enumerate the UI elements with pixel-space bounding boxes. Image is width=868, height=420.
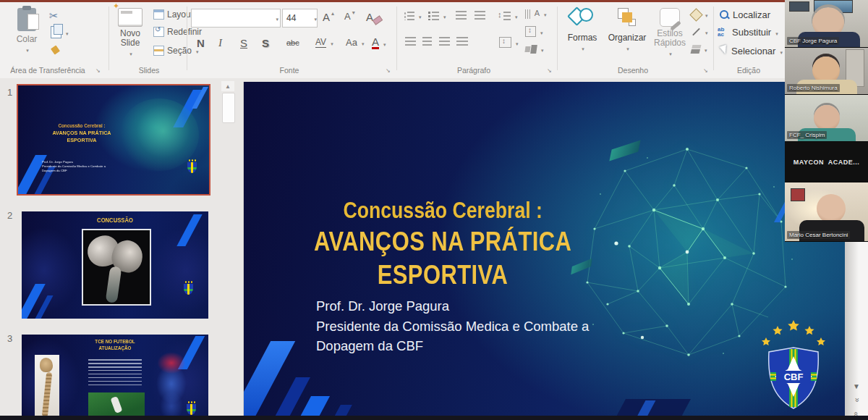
decrease-indent-button[interactable] bbox=[456, 11, 467, 20]
quick-styles-button[interactable]: Estilos Rápidos bbox=[651, 8, 689, 58]
shapes-dropdown-arrow[interactable] bbox=[580, 43, 584, 53]
cut-button[interactable] bbox=[49, 9, 59, 22]
arrange-button[interactable]: Organizar bbox=[605, 8, 650, 53]
shape-effects-button[interactable] bbox=[692, 44, 707, 54]
paste-dropdown-arrow[interactable] bbox=[25, 44, 29, 54]
strikethrough-button[interactable]: abc bbox=[286, 38, 299, 47]
thumbnail-scroll-up-button[interactable]: ▲ bbox=[221, 81, 234, 91]
thumbnail-scrollbar-thumb[interactable] bbox=[222, 93, 235, 123]
shape-fill-dropdown-arrow bbox=[704, 9, 708, 20]
scroll-down-button[interactable]: ▼ bbox=[848, 381, 864, 391]
text-shadow-button[interactable]: S bbox=[262, 37, 269, 49]
drawing-dialog-launcher[interactable] bbox=[703, 67, 710, 75]
slide-title: Concussão Cerebral : AVANÇOS NA PRÁTICA … bbox=[273, 196, 613, 292]
increase-indent-button[interactable] bbox=[475, 11, 485, 20]
slide-canvas[interactable]: Concussão Cerebral : AVANÇOS NA PRÁTICA … bbox=[244, 82, 845, 420]
reset-button[interactable]: Redefinir bbox=[153, 27, 202, 37]
body-text-block bbox=[88, 359, 142, 388]
text-direction-button[interactable] bbox=[525, 9, 547, 19]
new-slide-dropdown-arrow[interactable] bbox=[128, 48, 132, 58]
clear-formatting-button[interactable]: A bbox=[366, 11, 382, 23]
powerpoint-window: Colar Área de Transferência Novo Slide L… bbox=[0, 0, 868, 420]
new-slide-button[interactable]: Novo Slide bbox=[113, 8, 148, 58]
slide-title-line2: AVANÇOS NA PRÁTICA bbox=[314, 225, 571, 259]
bullets-dropdown-arrow bbox=[417, 11, 422, 21]
group-separator bbox=[187, 7, 187, 70]
shape-outline-dropdown-arrow bbox=[704, 27, 708, 37]
convert-smartart-button[interactable] bbox=[525, 44, 544, 54]
format-painter-button[interactable] bbox=[51, 46, 61, 55]
character-spacing-button[interactable]: AV bbox=[315, 37, 333, 48]
shape-fill-button[interactable] bbox=[692, 9, 708, 20]
columns-dropdown-arrow bbox=[514, 38, 519, 48]
font-size-combobox[interactable]: 44 bbox=[282, 9, 318, 28]
editing-workspace: 1 Concussão Cerebral : AVANÇOS NA PRÁTIC… bbox=[0, 78, 868, 420]
align-center-button[interactable] bbox=[422, 37, 432, 46]
slide-title-line1: Concussão Cerebral : bbox=[343, 196, 542, 225]
participant-3-name: FCF_ Crispim bbox=[787, 131, 827, 139]
underline-button[interactable]: S bbox=[240, 37, 247, 49]
participant-tile-1[interactable]: CBF Jorge Pagura bbox=[785, 0, 868, 48]
arrange-dropdown-arrow[interactable] bbox=[625, 43, 629, 53]
slide-thumbnail-3[interactable]: TCE NO FUTEBOL ATUALIZAÇÃO bbox=[22, 335, 208, 420]
participant-tile-5[interactable]: Mario Cesar Bertoncini bbox=[785, 182, 868, 242]
select-button[interactable]: Selecionar bbox=[719, 46, 783, 56]
change-case-button[interactable]: Aa bbox=[346, 37, 364, 48]
line-spacing-button[interactable] bbox=[498, 11, 518, 21]
thumb3-title-line2: ATUALIZAÇÃO bbox=[73, 345, 158, 352]
bold-button[interactable]: N bbox=[197, 37, 205, 49]
smartart-dropdown-arrow bbox=[540, 44, 544, 54]
justify-button[interactable] bbox=[456, 37, 468, 46]
previous-slide-button[interactable]: « bbox=[848, 395, 864, 406]
select-cursor-icon bbox=[719, 46, 728, 56]
section-icon bbox=[153, 46, 164, 56]
slide-thumbnail-1[interactable]: Concussão Cerebral : AVANÇOS NA PRÁTICA … bbox=[18, 85, 209, 194]
soccer-player bbox=[111, 396, 123, 413]
participant-tile-4[interactable]: MAYCON ACADE... bbox=[785, 142, 868, 182]
font-color-button[interactable]: A bbox=[372, 37, 386, 49]
replace-dropdown-arrow bbox=[774, 28, 778, 38]
slide-3-number: 3 bbox=[7, 333, 12, 344]
arrange-icon bbox=[616, 8, 638, 28]
shrink-font-button[interactable]: A▾ bbox=[344, 11, 355, 22]
font-name-combobox[interactable] bbox=[191, 9, 281, 28]
paragraph-dialog-launcher[interactable] bbox=[547, 67, 554, 75]
change-case-dropdown-arrow bbox=[360, 38, 365, 48]
clipboard-dialog-launcher[interactable] bbox=[95, 67, 103, 75]
thumb2-title: CONCUSSÃO bbox=[73, 217, 158, 224]
numbering-button[interactable] bbox=[428, 11, 446, 21]
section-button[interactable]: Seção bbox=[153, 46, 199, 56]
participant-tile-2[interactable]: Roberto Nishimura bbox=[785, 48, 868, 95]
slide-subtitle-line2: Presidente da Comissão Medica e Combate … bbox=[316, 316, 589, 337]
copy-dropdown-arrow[interactable] bbox=[64, 28, 69, 38]
align-left-button[interactable] bbox=[405, 37, 416, 46]
align-right-button[interactable] bbox=[439, 37, 450, 46]
bullets-button[interactable] bbox=[404, 11, 422, 21]
participant-tile-3[interactable]: FCF_ Crispim bbox=[785, 95, 868, 142]
numbering-dropdown-arrow bbox=[442, 11, 446, 21]
slide-thumbnail-2[interactable]: CONCUSSÃO bbox=[22, 211, 208, 319]
find-button[interactable]: Localizar bbox=[719, 9, 770, 20]
columns-icon bbox=[499, 37, 511, 48]
paste-button[interactable]: Colar bbox=[10, 8, 43, 54]
columns-button[interactable] bbox=[499, 37, 519, 48]
align-center-icon bbox=[422, 37, 432, 46]
find-icon bbox=[719, 9, 730, 20]
font-size-dropdown-arrow[interactable] bbox=[312, 13, 317, 23]
replace-button[interactable]: abac Substituir bbox=[718, 27, 778, 38]
skeleton-image bbox=[35, 355, 59, 420]
font-name-dropdown-arrow[interactable] bbox=[274, 13, 278, 23]
font-dialog-launcher[interactable] bbox=[386, 67, 393, 75]
scissors-icon bbox=[49, 9, 59, 22]
replace-icon: abac bbox=[718, 27, 729, 38]
shapes-button[interactable]: Formas bbox=[563, 8, 602, 53]
network-globe-thumb bbox=[119, 98, 199, 171]
italic-button[interactable]: I bbox=[218, 37, 222, 49]
cbf-logo-text: CBF bbox=[784, 371, 804, 382]
shape-outline-button[interactable] bbox=[692, 27, 708, 37]
copy-button[interactable] bbox=[51, 26, 69, 38]
quick-styles-dropdown-arrow[interactable] bbox=[668, 48, 672, 58]
grow-font-button[interactable]: A▴ bbox=[323, 11, 334, 23]
align-text-button[interactable] bbox=[525, 26, 543, 37]
line-spacing-icon bbox=[498, 12, 511, 21]
